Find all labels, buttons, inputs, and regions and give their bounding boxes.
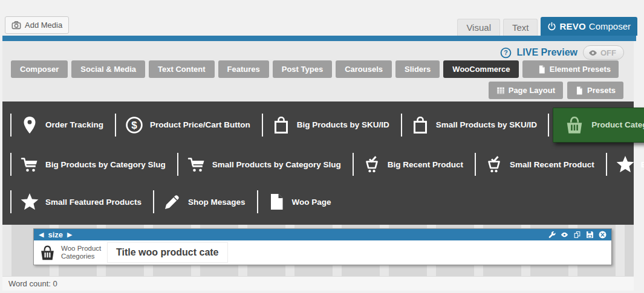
element-label: Product Categories [591, 120, 644, 129]
power-icon [547, 22, 556, 31]
element-big-products-by-category-slug[interactable]: Big Products by Category Slug [10, 145, 177, 184]
element-label: Small Featured Products [45, 198, 141, 207]
element-label: Small Products by SKU/ID [436, 120, 537, 129]
page-icon [267, 193, 285, 211]
woo-product-categories-widget[interactable]: ◀ size ▶ Woo ProductCategories Title woo… [33, 228, 612, 265]
element-presets-label: Element Presets [550, 65, 611, 74]
svg-text:?: ? [504, 49, 508, 56]
page-layout-button[interactable]: Page Layout [489, 82, 563, 99]
elements-row-3: Small Featured ProductsShop MesagesWoo P… [2, 184, 634, 220]
widget-header: ◀ size ▶ [34, 229, 611, 240]
size-decrease-icon[interactable]: ◀ [39, 231, 44, 238]
element-small-featured-products[interactable]: Small Featured Products [10, 184, 153, 220]
layout-buttons-row: Page Layout Presets [489, 82, 623, 99]
tab-composer[interactable]: Composer [11, 60, 68, 78]
composer-settings-panel: ? LIVE Preview OFF ComposerSocial & Medi… [2, 41, 634, 101]
cart-icon [187, 155, 206, 173]
tab-features[interactable]: Features [218, 60, 269, 78]
element-label: Big Products by Category Slug [45, 160, 166, 169]
presets-label: Presets [587, 86, 616, 95]
star-icon [616, 155, 634, 173]
basket-icon [39, 245, 56, 260]
live-preview-toggle[interactable]: OFF [583, 45, 624, 60]
add-media-button[interactable]: Add Media [5, 16, 69, 34]
elements-row-1: Order Tracking$Product Price/Cart Button… [2, 105, 634, 145]
element-label: Product Price/Cart Button [150, 120, 250, 129]
close-icon[interactable] [599, 231, 607, 239]
woocommerce-elements-panel: Order Tracking$Product Price/Cart Button… [2, 101, 634, 225]
element-shop-mesages[interactable]: Shop Mesages [153, 184, 257, 220]
widget-size-label: size [48, 230, 63, 239]
copy-icon[interactable] [573, 231, 581, 239]
element-label: Small Products by Category Slug [212, 160, 341, 169]
size-increase-icon[interactable]: ▶ [67, 231, 72, 238]
element-label: Small Recent Product [510, 160, 594, 169]
widget-type-label: Woo ProductCategories [61, 245, 102, 260]
element-presets-button[interactable]: Element Presets [530, 60, 619, 78]
widget-type-line1: Woo Product [61, 245, 101, 252]
tab-text-content[interactable]: Text Content [149, 60, 214, 78]
add-media-label: Add Media [25, 21, 62, 30]
accent-bar [2, 36, 636, 41]
help-icon[interactable]: ? [500, 47, 512, 59]
widget-title: Title woo product cate [107, 242, 228, 263]
save-icon[interactable] [586, 231, 594, 239]
eye-icon[interactable] [561, 231, 568, 239]
revo-brand-label: REVO [559, 21, 585, 31]
file-icon [575, 86, 584, 95]
element-big-products-by-sku-id[interactable]: Big Products by SKU/ID [262, 105, 401, 145]
grid-icon [496, 86, 505, 95]
file-icon [538, 65, 546, 74]
element-product-price-cart-button[interactable]: $Product Price/Cart Button [115, 105, 262, 145]
media-icon [11, 21, 21, 30]
element-label: Order Tracking [45, 120, 103, 129]
svg-text:$: $ [131, 120, 137, 131]
page-layout-label: Page Layout [509, 86, 555, 95]
element-woo-page[interactable]: Woo Page [257, 184, 343, 220]
pencil-icon [163, 193, 181, 211]
eye-icon [588, 48, 597, 57]
tab-text[interactable]: Text [503, 19, 538, 36]
tab-text-label: Text [512, 22, 529, 33]
cart-check-icon [485, 155, 503, 173]
element-small-products-by-sku-id[interactable]: Small Products by SKU/ID [401, 105, 548, 145]
element-big-featured-products[interactable]: Big Featured Products [606, 145, 644, 184]
element-label: Big Recent Product [388, 160, 463, 169]
tab-visual[interactable]: Visual [457, 19, 500, 36]
editor-canvas: ◀ size ▶ Woo ProductCategories Title woo… [2, 225, 634, 276]
live-preview-state: OFF [600, 48, 616, 57]
cart-icon [21, 155, 39, 173]
editor-mode-tabs: Visual Text REVOComposer [457, 16, 637, 36]
star-icon [21, 193, 39, 211]
cart-check-icon [363, 155, 381, 173]
elements-row-2: Big Products by Category SlugSmall Produ… [2, 145, 634, 184]
element-small-products-by-category-slug[interactable]: Small Products by Category Slug [177, 145, 353, 184]
element-order-tracking[interactable]: Order Tracking [10, 105, 115, 145]
presets-button[interactable]: Presets [567, 82, 623, 99]
element-product-categories[interactable]: Product Categories [553, 108, 644, 143]
tab-social-media[interactable]: Social & Media [71, 60, 145, 78]
live-preview-row: ? LIVE Preview OFF [500, 45, 625, 60]
tab-sliders[interactable]: Sliders [395, 60, 440, 78]
element-label: Big Featured Products [641, 160, 644, 169]
shopping-bag-icon [411, 116, 429, 134]
widget-toolbar [548, 231, 607, 239]
tab-post-types[interactable]: Post Types [273, 60, 332, 78]
element-label: Big Products by SKU/ID [297, 120, 389, 129]
tab-woocommerce[interactable]: WooCommerce [443, 60, 519, 78]
dollar-circle-icon: $ [125, 116, 143, 134]
tab-carousels[interactable]: Carousels [336, 60, 392, 78]
location-pin-icon [21, 116, 39, 134]
element-big-recent-product[interactable]: Big Recent Product [353, 145, 475, 184]
widget-size-nav: ◀ size ▶ [39, 230, 73, 239]
element-label: Woo Page [292, 198, 331, 207]
status-bar: Word count: 0 [2, 276, 634, 291]
element-small-recent-product[interactable]: Small Recent Product [475, 145, 606, 184]
revo-composer-button[interactable]: REVOComposer [541, 17, 637, 36]
revo-suffix-label: Composer [589, 21, 631, 31]
live-preview-label: LIVE Preview [517, 47, 578, 58]
shopping-bag-icon [272, 116, 290, 134]
word-count: Word count: 0 [8, 279, 57, 288]
widget-type-line2: Categories [61, 253, 95, 260]
wrench-icon[interactable] [548, 231, 556, 239]
